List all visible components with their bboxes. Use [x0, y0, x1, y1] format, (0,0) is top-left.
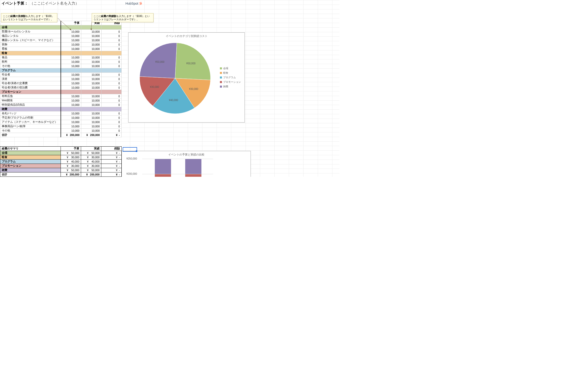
cell-actual[interactable]: 10,000 [81, 116, 101, 120]
cell-actual[interactable]: 10,000 [81, 60, 101, 64]
cell-remaining: 0 [101, 43, 121, 47]
cell-actual[interactable]: 10,000 [81, 94, 101, 99]
bar-segment-プロモーション [185, 174, 201, 177]
note-budget-hint: ここに経費の見積額を入力します（「$100」というエントリはプレースホルダーです… [1, 13, 57, 22]
cell-actual[interactable]: 10,000 [81, 86, 101, 90]
legend-item: 会場 [220, 67, 241, 70]
pie-legend: 会場軽食プログラムプロモーション雑費 [220, 66, 241, 89]
svg-line-6 [91, 22, 92, 30]
svg-point-1 [141, 3, 141, 4]
pie-chart[interactable]: イベントのカテゴリ別実績コスト 会場軽食プログラムプロモーション雑費 ¥50,0… [128, 32, 245, 123]
cell-remaining: 0 [101, 47, 121, 51]
cell-actual[interactable]: 10,000 [81, 47, 101, 51]
pie-label: ¥40,000 [169, 99, 178, 102]
legend-item: 雑費 [220, 85, 241, 88]
cell-remaining: 0 [101, 64, 121, 68]
bar-chart-title: イベントの予算と実績の比較 [122, 153, 251, 156]
y-tick-label: ¥200,000 [126, 172, 137, 175]
cell-actual[interactable]: 10,000 [81, 43, 101, 47]
note-actual-hint: ここに経費の実績額を入力します（「$100」というエントリはプレースホルダーです… [92, 13, 154, 22]
cell-remaining: 0 [101, 73, 121, 77]
cell-remaining: 0 [101, 77, 121, 81]
pie-label: ¥30,000 [189, 88, 198, 90]
cell-remaining: 0 [101, 103, 121, 107]
cell-remaining: 0 [101, 129, 121, 133]
cell-remaining: 0 [101, 120, 121, 124]
cell-remaining: 0 [101, 116, 121, 120]
grand-total-actual: ¥ 200,000 [81, 133, 101, 137]
pie-slice-会場[interactable] [175, 43, 211, 80]
hubspot-logo: HubSpot [125, 2, 142, 5]
y-tick-label: ¥250,000 [126, 157, 137, 160]
selected-cell[interactable] [123, 147, 137, 152]
cell-actual[interactable]: 10,000 [81, 129, 101, 133]
cell-actual[interactable]: 10,000 [81, 73, 101, 77]
cell-actual[interactable]: 10,000 [81, 120, 101, 124]
legend-item: プロモーション [220, 80, 241, 84]
cell-remaining: 0 [101, 81, 121, 86]
grand-total-remaining: ¥ - [101, 133, 121, 137]
pie-label: ¥30,000 [150, 86, 159, 88]
svg-line-3 [139, 3, 140, 3]
cell-remaining: 0 [101, 55, 121, 60]
cell-remaining: 0 [101, 99, 121, 103]
cell-remaining: 0 [101, 111, 121, 116]
cell-actual[interactable]: 10,000 [81, 103, 101, 107]
legend-item: 軽食 [220, 71, 241, 75]
cell-actual[interactable]: 10,000 [81, 99, 101, 103]
cell-actual[interactable]: 10,000 [81, 81, 101, 86]
cell-remaining: 0 [101, 60, 121, 64]
gridline [142, 174, 213, 174]
cell-actual[interactable]: 10,000 [81, 124, 101, 129]
pie-chart-title: イベントのカテゴリ別実績コスト [128, 34, 244, 38]
cell-actual[interactable]: 10,000 [81, 111, 101, 116]
pie-label: ¥50,000 [186, 62, 195, 65]
gridline [142, 159, 213, 159]
bar-segment-雑費 [185, 159, 201, 174]
cell-actual[interactable]: 10,000 [81, 77, 101, 81]
cell-remaining: 0 [101, 94, 121, 99]
cell-actual[interactable]: 10,000 [81, 55, 101, 60]
bar-chart[interactable]: イベントの予算と実績の比較 ¥0¥50,000¥100,000¥150,000¥… [122, 151, 251, 177]
sprocket-icon [139, 2, 142, 5]
cell-remaining: 0 [101, 86, 121, 90]
pie-label: ¥50,000 [155, 61, 164, 63]
cell-remaining: 0 [101, 124, 121, 129]
bar-segment-雑費 [155, 159, 171, 174]
fill-handle[interactable] [136, 150, 137, 152]
bar-segment-プロモーション [155, 174, 171, 177]
cell-actual[interactable]: 10,000 [81, 64, 101, 68]
svg-line-4 [140, 4, 140, 5]
legend-item: プログラム [220, 76, 241, 79]
